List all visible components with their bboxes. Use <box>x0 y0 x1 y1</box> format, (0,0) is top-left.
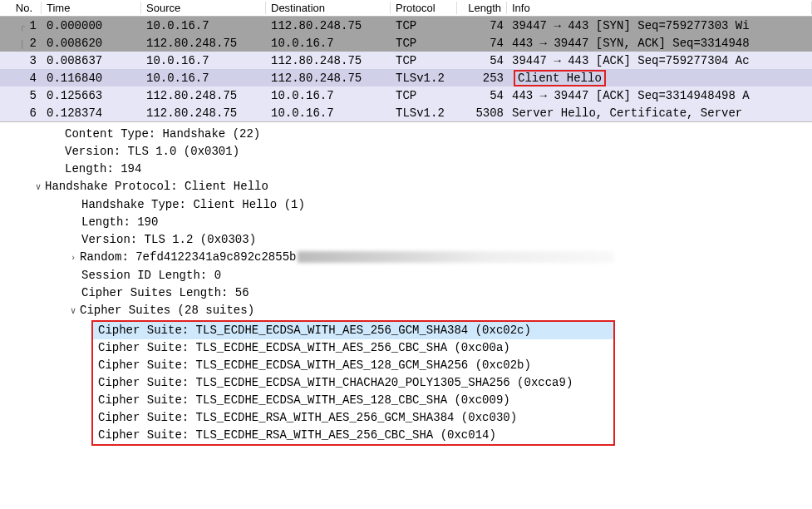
cell-destination: 112.80.248.75 <box>266 54 391 67</box>
col-header-src[interactable]: Source <box>141 2 266 14</box>
detail-handshake-version[interactable]: Version: TLS 1.2 (0x0303) <box>0 231 812 249</box>
cell-destination: 10.0.16.7 <box>266 37 391 50</box>
detail-session-id-len[interactable]: Session ID Length: 0 <box>0 267 812 284</box>
client-hello-highlight: Client Hello <box>514 70 606 86</box>
cell-no: 5 <box>0 89 42 102</box>
table-row[interactable]: 30.00863710.0.16.7112.80.248.75TCP543944… <box>0 52 812 69</box>
cipher-suite-item[interactable]: Cipher Suite: TLS_ECDHE_ECDSA_WITH_CHACH… <box>93 374 613 392</box>
cell-info: 39447 → 443 [SYN] Seq=759277303 Wi <box>507 19 812 32</box>
cell-protocol: TLSv1.2 <box>391 72 457 85</box>
col-header-proto[interactable]: Protocol <box>391 2 457 14</box>
col-header-time[interactable]: Time <box>42 2 141 14</box>
cipher-suite-item[interactable]: Cipher Suite: TLS_ECDHE_ECDSA_WITH_AES_1… <box>93 392 613 409</box>
table-row[interactable]: 40.11684010.0.16.7112.80.248.75TLSv1.225… <box>0 69 812 86</box>
cell-no: ┌1 <box>0 19 42 32</box>
cipher-suites-header-label: Cipher Suites (28 suites) <box>80 304 254 317</box>
chevron-right-icon[interactable]: › <box>66 250 80 267</box>
cell-destination: 10.0.16.7 <box>266 106 391 120</box>
cell-time: 0.008620 <box>42 37 141 50</box>
cipher-suite-item[interactable]: Cipher Suite: TLS_ECDHE_RSA_WITH_AES_256… <box>93 427 613 444</box>
packet-rows: ┌10.00000010.0.16.7112.80.248.75TCP74394… <box>0 17 812 121</box>
cipher-suite-item[interactable]: Cipher Suite: TLS_ECDHE_ECDSA_WITH_AES_2… <box>93 322 613 339</box>
detail-cipher-suites-len[interactable]: Cipher Suites Length: 56 <box>0 284 812 302</box>
cell-protocol: TCP <box>391 37 457 50</box>
cell-time: 0.008637 <box>42 54 141 67</box>
tree-marker-icon: │ <box>15 40 30 49</box>
cell-source: 112.80.248.75 <box>141 106 266 120</box>
cipher-suite-item[interactable]: Cipher Suite: TLS_ECDHE_ECDSA_WITH_AES_2… <box>93 339 613 357</box>
cell-no: 3 <box>0 54 42 67</box>
cell-protocol: TCP <box>391 89 457 102</box>
cell-destination: 112.80.248.75 <box>266 19 391 32</box>
table-row[interactable]: 50.125663112.80.248.7510.0.16.7TCP54443 … <box>0 86 812 104</box>
cell-length: 253 <box>457 72 507 85</box>
packet-list-pane: No. Time Source Destination Protocol Len… <box>0 0 812 122</box>
detail-content-type[interactable]: Content Type: Handshake (22) <box>0 126 812 143</box>
col-header-len[interactable]: Length <box>457 2 507 14</box>
cell-source: 112.80.248.75 <box>141 37 266 50</box>
table-row[interactable]: 60.128374112.80.248.7510.0.16.7TLSv1.253… <box>0 104 812 121</box>
cell-no: 6 <box>0 106 42 120</box>
cipher-suite-item[interactable]: Cipher Suite: TLS_ECDHE_ECDSA_WITH_AES_1… <box>93 357 613 374</box>
detail-cipher-suites-header[interactable]: ∨Cipher Suites (28 suites) <box>0 302 812 320</box>
chevron-down-icon[interactable]: ∨ <box>32 179 45 196</box>
col-header-info[interactable]: Info <box>507 2 812 14</box>
cell-no: │2 <box>0 37 42 50</box>
table-row[interactable]: ┌10.00000010.0.16.7112.80.248.75TCP74394… <box>0 17 812 34</box>
detail-record-version[interactable]: Version: TLS 1.0 (0x0301) <box>0 143 812 161</box>
cell-source: 112.80.248.75 <box>141 89 266 102</box>
cell-source: 10.0.16.7 <box>141 54 266 67</box>
packet-detail-pane: Content Type: Handshake (22) Version: TL… <box>0 122 812 446</box>
tree-marker-icon: ┌ <box>15 22 30 32</box>
cell-time: 0.128374 <box>42 106 141 120</box>
cell-info: 39447 → 443 [ACK] Seq=759277304 Ac <box>507 54 812 67</box>
cipher-suite-item[interactable]: Cipher Suite: TLS_ECDHE_RSA_WITH_AES_256… <box>93 409 613 427</box>
cell-time: 0.116840 <box>42 72 141 85</box>
cell-protocol: TCP <box>391 19 457 32</box>
cell-source: 10.0.16.7 <box>141 19 266 32</box>
cell-length: 74 <box>457 19 507 32</box>
cell-length: 5308 <box>457 106 507 120</box>
col-header-dst[interactable]: Destination <box>266 2 391 14</box>
cell-info: 443 → 39447 [ACK] Seq=3314948498 A <box>507 89 812 102</box>
cell-destination: 10.0.16.7 <box>266 89 391 102</box>
detail-handshake-length[interactable]: Length: 190 <box>0 214 812 231</box>
cipher-suites-highlight-box: Cipher Suite: TLS_ECDHE_ECDSA_WITH_AES_2… <box>91 320 615 446</box>
cell-time: 0.000000 <box>42 19 141 32</box>
cell-source: 10.0.16.7 <box>141 72 266 85</box>
detail-handshake-protocol-label: Handshake Protocol: Client Hello <box>45 180 268 193</box>
cell-info: 443 → 39447 [SYN, ACK] Seq=3314948 <box>507 37 812 50</box>
cell-protocol: TCP <box>391 54 457 67</box>
cell-protocol: TLSv1.2 <box>391 106 457 120</box>
detail-handshake-type[interactable]: Handshake Type: Client Hello (1) <box>0 196 812 214</box>
detail-random-label: Random: 7efd4122341a9c892c2855b <box>80 250 296 264</box>
table-row[interactable]: │20.008620112.80.248.7510.0.16.7TCP74443… <box>0 34 812 52</box>
cell-info: Server Hello, Certificate, Server <box>507 106 812 120</box>
redacted-blur <box>298 251 613 263</box>
cell-destination: 112.80.248.75 <box>266 72 391 85</box>
packet-header-row: No. Time Source Destination Protocol Len… <box>0 0 812 17</box>
cell-length: 54 <box>457 89 507 102</box>
cell-info: Client Hello <box>507 70 812 86</box>
detail-record-length[interactable]: Length: 194 <box>0 161 812 178</box>
col-header-no[interactable]: No. <box>0 2 42 14</box>
detail-random[interactable]: ›Random: 7efd4122341a9c892c2855b <box>0 249 812 267</box>
detail-handshake-protocol[interactable]: ∨Handshake Protocol: Client Hello <box>0 178 812 196</box>
cell-no: 4 <box>0 72 42 85</box>
cell-length: 54 <box>457 54 507 67</box>
cell-length: 74 <box>457 37 507 50</box>
cell-time: 0.125663 <box>42 89 141 102</box>
chevron-down-icon[interactable]: ∨ <box>66 303 80 320</box>
